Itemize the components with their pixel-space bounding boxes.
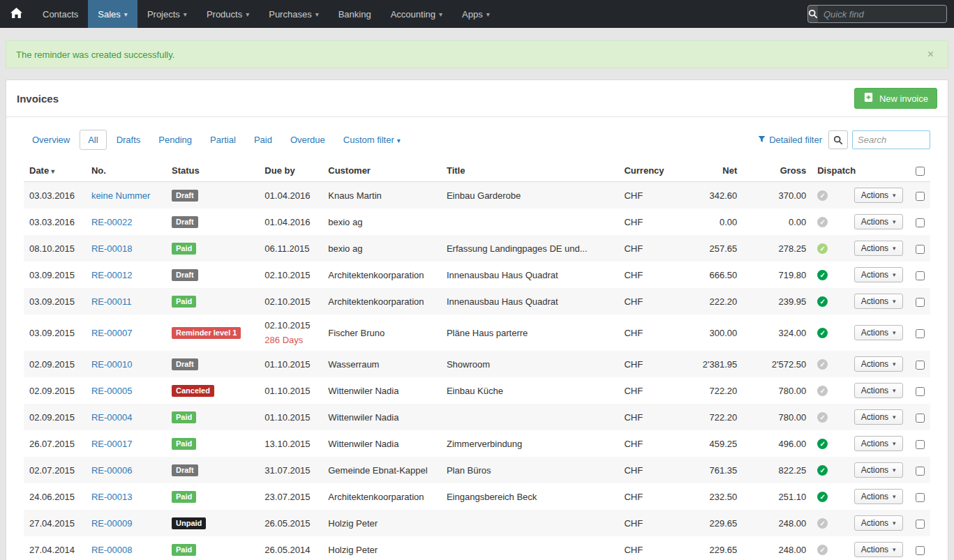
nav-item-sales[interactable]: Sales▾ xyxy=(88,0,137,28)
invoice-number-link[interactable]: RE-00009 xyxy=(91,518,133,529)
actions-button[interactable]: Actions▾ xyxy=(854,489,903,504)
tab-paid[interactable]: Paid xyxy=(246,130,281,150)
row-checkbox[interactable] xyxy=(916,493,925,502)
column-header-gross[interactable]: Gross xyxy=(743,160,812,182)
column-header-status[interactable]: Status xyxy=(166,160,259,182)
tab-label: Overview xyxy=(32,135,70,145)
actions-button[interactable]: Actions▾ xyxy=(854,356,903,372)
close-icon[interactable]: × xyxy=(923,48,938,61)
due-date: 06.11.2015 xyxy=(264,243,317,254)
invoice-number-link[interactable]: RE-00010 xyxy=(91,359,133,370)
actions-button[interactable]: Actions▾ xyxy=(854,188,903,203)
nav-item-contacts[interactable]: Contacts xyxy=(33,0,88,28)
row-checkbox[interactable] xyxy=(916,218,925,227)
detailed-filter-link[interactable]: Detailed filter xyxy=(758,135,822,145)
invoice-number-link[interactable]: RE-00018 xyxy=(91,243,133,254)
nav-item-apps[interactable]: Apps▾ xyxy=(452,0,500,28)
status-cell: Unpaid xyxy=(166,510,259,536)
dispatch-cell: ✓ xyxy=(812,351,849,377)
due-date: 26.05.2015 xyxy=(264,518,317,529)
search-button[interactable] xyxy=(828,130,848,149)
actions-button[interactable]: Actions▾ xyxy=(854,436,903,451)
invoice-number-link[interactable]: RE-00005 xyxy=(91,386,133,396)
actions-button[interactable]: Actions▾ xyxy=(854,383,903,398)
status-badge: Paid xyxy=(172,296,196,308)
nav-item-banking[interactable]: Banking xyxy=(329,0,381,28)
column-header-date[interactable]: Date▾ xyxy=(24,160,86,182)
tab-partial[interactable]: Partial xyxy=(202,130,244,150)
invoice-number-link[interactable]: RE-00011 xyxy=(91,296,132,307)
actions-button[interactable]: Actions▾ xyxy=(854,515,903,531)
actions-label: Actions xyxy=(861,465,888,475)
row-checkbox[interactable] xyxy=(916,361,925,370)
actions-button[interactable]: Actions▾ xyxy=(854,214,903,229)
row-checkbox[interactable] xyxy=(916,245,925,254)
status-cell: Draft xyxy=(166,351,259,377)
search-input[interactable] xyxy=(852,130,930,149)
column-header-dispatch[interactable]: Dispatch xyxy=(812,160,849,182)
column-header-net[interactable]: Net xyxy=(672,160,743,182)
nav-item-projects[interactable]: Projects▾ xyxy=(137,0,197,28)
dispatch-check-icon: ✓ xyxy=(817,190,828,201)
tab-all[interactable]: All xyxy=(80,130,106,150)
row-checkbox[interactable] xyxy=(916,329,925,338)
home-button[interactable] xyxy=(0,0,33,28)
dispatch-check-icon: ✓ xyxy=(817,412,828,423)
new-invoice-button[interactable]: New invoice xyxy=(854,88,937,109)
row-checkbox[interactable] xyxy=(916,440,925,449)
tab-overdue[interactable]: Overdue xyxy=(282,130,334,150)
invoice-row: 03.03.2016RE-00022Draft01.04.2016bexio a… xyxy=(24,209,930,235)
tab-drafts[interactable]: Drafts xyxy=(108,130,149,150)
tab-custom-filter[interactable]: Custom filter▾ xyxy=(335,130,409,150)
column-header-no[interactable]: No. xyxy=(86,160,166,182)
panel-header: Invoices New invoice xyxy=(6,80,948,117)
row-checkbox[interactable] xyxy=(916,192,925,201)
invoice-number-link[interactable]: RE-00004 xyxy=(91,412,133,423)
invoice-number-link[interactable]: RE-00013 xyxy=(91,492,133,502)
actions-button[interactable]: Actions▾ xyxy=(854,294,903,309)
column-header-currency[interactable]: Currency xyxy=(618,160,672,182)
actions-button[interactable]: Actions▾ xyxy=(854,241,903,256)
dispatch-cell: ✓ xyxy=(812,510,849,536)
row-checkbox[interactable] xyxy=(916,467,925,476)
actions-button[interactable]: Actions▾ xyxy=(854,542,903,557)
invoice-number-link[interactable]: RE-00017 xyxy=(91,439,133,449)
tab-pending[interactable]: Pending xyxy=(150,130,200,150)
invoice-number-link[interactable]: RE-00022 xyxy=(91,217,133,227)
search-icon[interactable] xyxy=(808,6,818,22)
invoice-number-link[interactable]: RE-00012 xyxy=(91,270,133,280)
quick-find-input[interactable] xyxy=(818,9,947,20)
actions-cell: Actions▾ xyxy=(849,209,908,235)
column-header-customer[interactable]: Customer xyxy=(322,160,441,182)
row-checkbox[interactable] xyxy=(916,298,925,307)
actions-label: Actions xyxy=(861,412,888,422)
row-checkbox[interactable] xyxy=(916,387,925,396)
actions-cell: Actions▾ xyxy=(849,235,908,262)
sort-desc-icon: ▾ xyxy=(51,167,54,175)
actions-button[interactable]: Actions▾ xyxy=(854,409,903,425)
actions-button[interactable]: Actions▾ xyxy=(854,462,903,478)
row-checkbox[interactable] xyxy=(916,520,925,529)
due-by-cell: 02.10.2015 xyxy=(259,262,322,288)
nav-item-products[interactable]: Products▾ xyxy=(197,0,259,28)
column-header-title[interactable]: Title xyxy=(441,160,619,182)
select-all-checkbox[interactable] xyxy=(916,167,925,176)
select-cell xyxy=(908,262,930,288)
actions-button[interactable]: Actions▾ xyxy=(854,267,903,282)
invoice-number-link[interactable]: RE-00007 xyxy=(91,328,133,338)
column-header-due-by[interactable]: Due by xyxy=(259,160,322,182)
invoice-number-link[interactable]: RE-00008 xyxy=(91,545,133,555)
row-checkbox[interactable] xyxy=(916,271,925,280)
row-checkbox[interactable] xyxy=(916,414,925,423)
invoice-number-link[interactable]: keine Nummer xyxy=(91,190,151,201)
gross-cell: 0.00 xyxy=(743,209,812,235)
dispatch-check-icon: ✓ xyxy=(817,359,828,370)
customer-cell: Wasserraum xyxy=(322,351,441,377)
nav-item-accounting[interactable]: Accounting▾ xyxy=(381,0,452,28)
tab-overview[interactable]: Overview xyxy=(24,130,78,150)
tab-label: Pending xyxy=(158,135,192,145)
invoice-number-link[interactable]: RE-00006 xyxy=(91,465,133,476)
nav-item-purchases[interactable]: Purchases▾ xyxy=(259,0,328,28)
row-checkbox[interactable] xyxy=(916,546,925,555)
actions-button[interactable]: Actions▾ xyxy=(854,325,903,340)
